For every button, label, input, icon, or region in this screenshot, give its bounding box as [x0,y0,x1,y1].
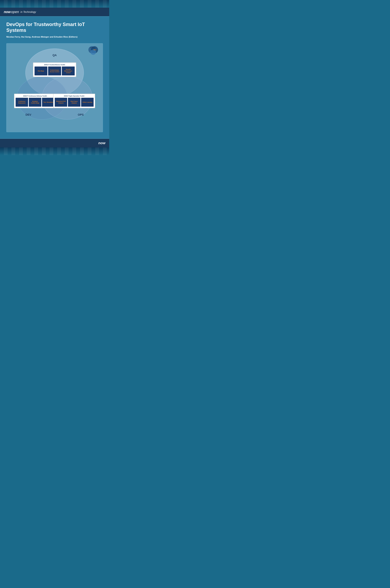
label-ops: OPS [78,113,84,116]
header: nowopen in Technology [0,8,109,16]
toolkit-item-actuation-conflict: Actuation Conflict Mngt [29,98,41,107]
label-dev: DEV [26,113,31,116]
diagram-container: ENACT Dev Ops QA DEV OPS ENACT Trustwort… [6,43,103,132]
svg-text:ENACT: ENACT [90,47,96,48]
label-qa: QA [52,53,57,57]
toolkit-item-continuous-deployment: Continuous Deployment [16,98,28,107]
footer-logo: now [98,141,105,145]
toolkit-item-root-cause: Root Cause Analysis [68,98,80,107]
header-logo: nowopen in Technology [4,10,105,14]
toolkit-item-security: Security Monitoring & Control [62,67,75,75]
logo-in-tech: in Technology [20,10,36,13]
wavy-top-decoration [0,0,109,8]
book-title: DevOps for Trustworthy Smart IoT Systems [6,22,103,33]
venn-diagram: QA DEV OPS ENACT Trustworthiness Toolkit… [10,48,99,127]
continuous-delivery-toolkit: ENACT Continuous Delivery Toolkit Contin… [14,94,56,108]
agile-operation-toolkit: ENACT Agile Operation Toolkit Behavioral… [53,94,95,108]
trustworthiness-toolkit-title: ENACT Trustworthiness Toolkit [35,64,75,65]
svg-text:Ops: Ops [94,49,96,50]
enact-logo-svg: ENACT Dev Ops [85,46,100,55]
footer: now [0,138,109,147]
enact-devops-logo: ENACT Dev Ops [85,46,100,56]
svg-text:Dev: Dev [91,49,94,50]
agile-operation-toolkit-title: ENACT Agile Operation Toolkit [55,95,94,97]
toolkit-item-test-simulation: Test, Simulation [42,98,54,107]
logo-now: now [4,10,10,14]
continuous-delivery-toolkit-items: Continuous Deployment Actuation Conflict… [16,98,54,107]
main-content: DevOps for Trustworthy Smart IoT Systems… [0,16,109,138]
logo-open: open [11,10,19,14]
toolkit-item-risk: Risk Mngt. [35,67,47,75]
toolkit-item-behavioral-drift: Behavioral Drift Analysis [55,98,67,107]
trustworthiness-toolkit: ENACT Trustworthiness Toolkit Risk Mngt.… [33,62,76,77]
toolkit-item-online-learning: Online Learning [81,98,94,107]
trustworthiness-toolkit-items: Risk Mngt. Context-Aware Access Control … [35,67,75,75]
continuous-delivery-toolkit-title: ENACT Continuous Delivery Toolkit [16,95,54,97]
book-authors: Nicolas Ferry, Hui Song, Andreas Metzger… [6,36,103,38]
wavy-bottom-decoration [0,147,109,155]
toolkit-item-context-aware: Context-Aware Access Control [48,67,61,75]
agile-operation-toolkit-items: Behavioral Drift Analysis Root Cause Ana… [55,98,94,107]
